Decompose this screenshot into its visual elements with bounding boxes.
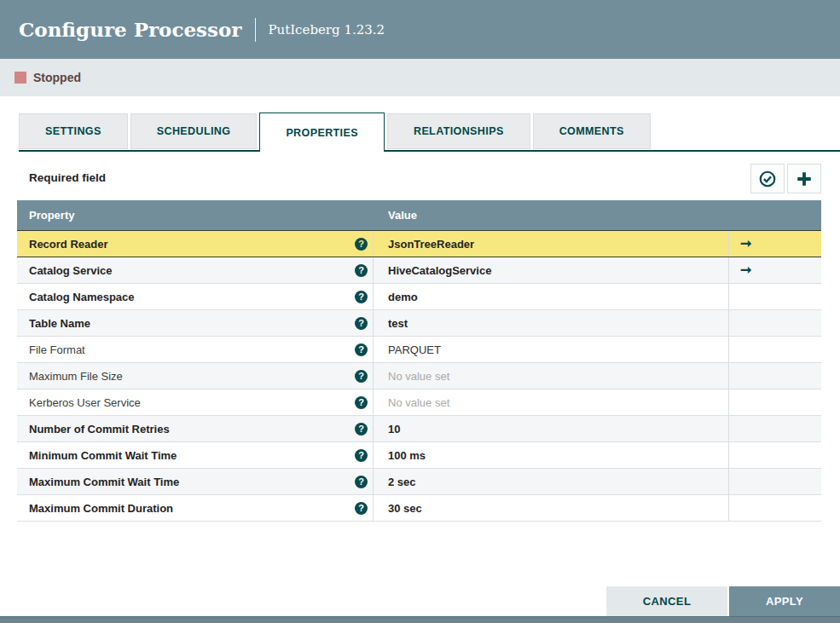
property-cell: Maximum Commit Duration ? <box>17 495 374 521</box>
value-cell[interactable]: 100 ms <box>374 442 729 468</box>
title-separator <box>255 18 256 42</box>
property-name: Minimum Commit Wait Time <box>29 449 177 462</box>
help-question-icon[interactable]: ? <box>355 264 368 277</box>
tab-label: RELATIONSHIPS <box>414 125 504 137</box>
property-name: Maximum Commit Duration <box>29 502 173 515</box>
required-field-label: Required field <box>29 171 106 184</box>
goto-service-cell: ➞ <box>729 495 821 521</box>
status-bar: Stopped <box>0 59 840 96</box>
status-label: Stopped <box>33 71 81 84</box>
tab-label: SETTINGS <box>45 125 101 137</box>
property-cell: Catalog Namespace ? <box>17 284 374 309</box>
goto-service-arrow-icon[interactable]: ➞ <box>740 263 751 277</box>
value-cell[interactable]: 30 sec <box>374 495 729 521</box>
dialog-footer: CANCEL APPLY <box>606 586 840 616</box>
property-row[interactable]: Kerberos User Service ? No value set ➞ <box>17 389 821 416</box>
help-question-icon[interactable]: ? <box>355 476 368 488</box>
help-question-icon[interactable]: ? <box>355 423 368 436</box>
goto-service-cell: ➞ <box>729 257 821 283</box>
goto-service-cell: ➞ <box>729 231 821 257</box>
property-value: HiveCatalogService <box>388 264 491 277</box>
property-row[interactable]: Number of Commit Retries ? 10 ➞ <box>17 416 821 442</box>
value-cell[interactable]: No value set <box>374 389 729 415</box>
property-row[interactable]: Record Reader ? JsonTreeReader ➞ <box>17 230 821 257</box>
property-toolbar <box>748 164 821 193</box>
help-question-icon[interactable]: ? <box>355 502 368 515</box>
property-cell: Maximum File Size ? <box>17 363 374 389</box>
dialog-title: Configure Processor <box>19 18 241 41</box>
dialog-titlebar: Configure Processor PutIceberg 1.23.2 <box>0 0 840 59</box>
help-question-icon[interactable]: ? <box>355 291 368 303</box>
help-question-icon[interactable]: ? <box>355 370 368 383</box>
property-cell: Minimum Commit Wait Time ? <box>17 442 374 468</box>
plus-icon <box>795 170 814 188</box>
tab-bar: SETTINGSSCHEDULINGPROPERTIESRELATIONSHIP… <box>19 113 653 152</box>
property-cell: Catalog Service ? <box>17 257 374 283</box>
property-row[interactable]: Minimum Commit Wait Time ? 100 ms ➞ <box>17 442 821 469</box>
value-cell[interactable]: HiveCatalogService <box>374 257 729 283</box>
property-value: PARQUET <box>388 343 441 356</box>
property-name: Table Name <box>29 317 90 330</box>
property-value: 30 sec <box>388 502 422 515</box>
goto-service-cell: ➞ <box>729 469 821 494</box>
property-value: 2 sec <box>388 476 416 488</box>
property-cell: Number of Commit Retries ? <box>17 416 374 441</box>
property-value: 10 <box>388 423 400 436</box>
column-header-property: Property <box>17 209 374 222</box>
apply-button[interactable]: APPLY <box>729 586 840 616</box>
help-question-icon[interactable]: ? <box>355 449 368 462</box>
value-cell[interactable]: JsonTreeReader <box>374 231 729 257</box>
property-cell: Kerberos User Service ? <box>17 389 374 415</box>
property-name: Catalog Namespace <box>29 291 135 303</box>
processor-name-version: PutIceberg 1.23.2 <box>268 22 385 37</box>
tab-scheduling[interactable]: SCHEDULING <box>130 113 258 149</box>
property-name: Record Reader <box>29 238 107 251</box>
tab-comments[interactable]: COMMENTS <box>533 113 651 149</box>
add-property-button[interactable] <box>787 164 821 193</box>
tab-label: PROPERTIES <box>286 127 358 139</box>
cancel-button[interactable]: CANCEL <box>606 586 727 616</box>
property-row[interactable]: Maximum Commit Duration ? 30 sec ➞ <box>17 495 821 522</box>
property-row[interactable]: File Format ? PARQUET ➞ <box>17 337 821 363</box>
property-cell: File Format ? <box>17 337 374 362</box>
tab-label: COMMENTS <box>559 125 624 137</box>
property-row[interactable]: Catalog Service ? HiveCatalogService ➞ <box>17 257 821 284</box>
property-value: test <box>388 317 408 330</box>
goto-service-cell: ➞ <box>729 389 821 415</box>
stopped-status-icon <box>14 72 26 84</box>
property-cell: Table Name ? <box>17 310 374 336</box>
tab-properties[interactable]: PROPERTIES <box>259 112 385 152</box>
properties-table-body: Record Reader ? JsonTreeReader ➞ Catalog… <box>17 230 821 522</box>
value-cell[interactable]: 10 <box>374 416 729 441</box>
property-value: No value set <box>388 396 449 409</box>
value-cell[interactable]: demo <box>374 284 729 309</box>
property-name: Number of Commit Retries <box>29 423 170 436</box>
table-header: Property Value <box>17 200 821 230</box>
property-row[interactable]: Maximum Commit Wait Time ? 2 sec ➞ <box>17 469 821 495</box>
property-row[interactable]: Catalog Namespace ? demo ➞ <box>17 284 821 310</box>
property-value: JsonTreeReader <box>388 238 474 251</box>
tab-label: SCHEDULING <box>157 125 231 137</box>
tab-settings[interactable]: SETTINGS <box>19 113 128 149</box>
help-question-icon[interactable]: ? <box>355 317 368 330</box>
value-cell[interactable]: 2 sec <box>374 469 729 494</box>
property-row[interactable]: Maximum File Size ? No value set ➞ <box>17 363 821 389</box>
goto-service-cell: ➞ <box>729 310 821 336</box>
goto-service-cell: ➞ <box>729 416 821 441</box>
goto-service-arrow-icon[interactable]: ➞ <box>740 237 751 251</box>
tab-relationships[interactable]: RELATIONSHIPS <box>387 113 530 149</box>
goto-service-cell: ➞ <box>729 284 821 309</box>
value-cell[interactable]: PARQUET <box>374 337 729 362</box>
value-cell[interactable]: test <box>374 310 729 336</box>
property-name: Catalog Service <box>29 264 113 277</box>
goto-service-cell: ➞ <box>729 363 821 389</box>
properties-table: Property Value Record Reader ? JsonTreeR… <box>17 200 821 522</box>
column-header-value: Value <box>374 209 821 222</box>
property-cell: Record Reader ? <box>17 231 374 257</box>
help-question-icon[interactable]: ? <box>355 343 368 356</box>
property-row[interactable]: Table Name ? test ➞ <box>17 310 821 337</box>
value-cell[interactable]: No value set <box>374 363 729 389</box>
help-question-icon[interactable]: ? <box>355 396 368 409</box>
help-question-icon[interactable]: ? <box>355 238 368 251</box>
verify-properties-button[interactable] <box>750 164 785 193</box>
